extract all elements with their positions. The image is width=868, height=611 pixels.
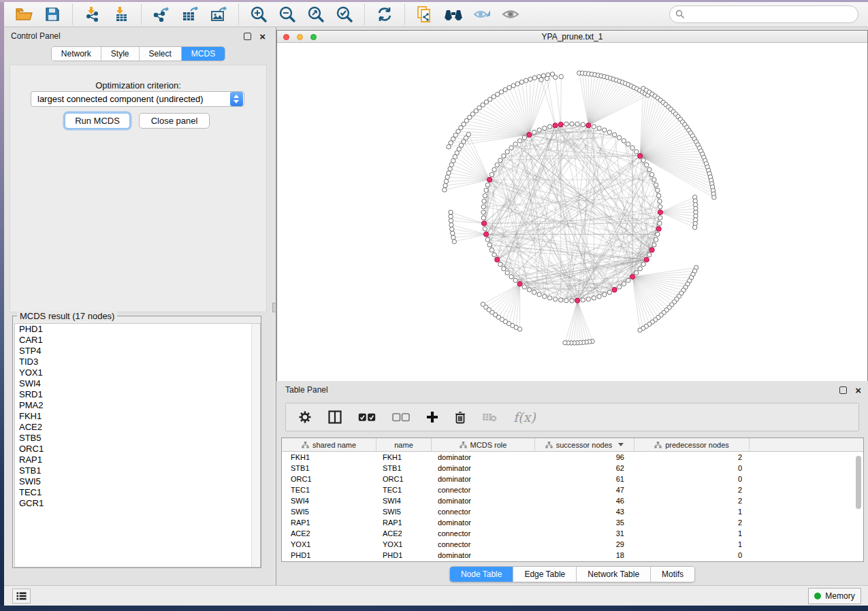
leaf-node[interactable] (511, 84, 515, 88)
tab-network[interactable]: Network (52, 47, 101, 61)
table-row[interactable]: STB1STB1dominator620 (282, 463, 863, 474)
memory-button[interactable]: Memory (808, 588, 861, 604)
ring-node[interactable] (617, 285, 621, 289)
mcds-result-item[interactable]: PHD1 (15, 324, 260, 335)
ring-node[interactable] (570, 122, 574, 126)
leaf-node[interactable] (466, 132, 470, 136)
leaf-node[interactable] (449, 214, 453, 218)
zoom-fit-button[interactable] (302, 3, 330, 25)
ring-node[interactable] (517, 139, 521, 143)
ring-node[interactable] (638, 267, 642, 271)
mcds-result-item[interactable]: FKH1 (15, 411, 260, 422)
ring-node[interactable] (658, 199, 662, 203)
ring-node[interactable] (570, 299, 574, 303)
ring-node[interactable] (485, 237, 489, 242)
leaf-node[interactable] (481, 302, 485, 306)
ring-node[interactable] (505, 271, 509, 275)
ring-node[interactable] (483, 227, 487, 231)
table-row[interactable]: PHD1PHD1dominator180 (282, 550, 863, 561)
leaf-node[interactable] (563, 341, 567, 345)
ring-node[interactable] (537, 128, 541, 132)
ring-node[interactable] (581, 298, 585, 302)
ring-node[interactable] (607, 290, 611, 294)
ring-node[interactable] (602, 293, 607, 297)
select-all-button[interactable] (358, 413, 376, 422)
tab-network-table[interactable]: Network Table (577, 567, 651, 582)
leaf-node[interactable] (524, 78, 528, 82)
clear-selection-button[interactable] (392, 413, 410, 422)
ring-node[interactable] (645, 163, 649, 167)
ring-node[interactable] (630, 146, 634, 150)
mcds-result-item[interactable]: SRD1 (15, 389, 260, 400)
ring-node[interactable] (513, 142, 517, 146)
table-row[interactable]: TEC1TEC1connector472 (282, 484, 863, 495)
leaf-node[interactable] (638, 328, 642, 332)
function-builder-button[interactable]: f(x) (513, 410, 536, 425)
ring-node[interactable] (532, 130, 536, 134)
delete-column-button[interactable] (455, 411, 466, 424)
ring-node[interactable] (502, 154, 506, 158)
leaf-node[interactable] (712, 195, 716, 199)
search-input[interactable] (669, 5, 858, 23)
ring-node[interactable] (543, 126, 547, 130)
float-panel-icon[interactable] (244, 33, 251, 40)
table-row[interactable]: SWI4SWI4dominator462 (282, 495, 863, 506)
ring-node[interactable] (641, 158, 645, 162)
ring-node[interactable] (597, 294, 601, 298)
zoom-out-button[interactable] (273, 3, 302, 25)
ring-node[interactable] (498, 262, 502, 266)
ring-node[interactable] (564, 122, 568, 126)
tab-select[interactable]: Select (140, 47, 182, 61)
leaf-node[interactable] (539, 78, 543, 82)
ring-node[interactable] (543, 294, 547, 298)
mcds-result-item[interactable]: SWI5 (15, 476, 260, 487)
network-graph-canvas[interactable] (277, 43, 867, 381)
hide-selected-button[interactable] (468, 3, 496, 25)
ring-node[interactable] (485, 183, 489, 187)
ring-node[interactable] (575, 122, 579, 126)
leaf-node[interactable] (444, 179, 448, 183)
mcds-result-item[interactable]: RAP1 (15, 455, 260, 465)
ring-node[interactable] (547, 296, 551, 300)
mcds-hub-node[interactable] (612, 287, 617, 292)
ring-node[interactable] (495, 163, 499, 167)
window-zoom-icon[interactable] (310, 34, 317, 40)
leaf-node[interactable] (528, 77, 532, 81)
ring-node[interactable] (498, 158, 502, 162)
ring-node[interactable] (492, 167, 496, 171)
zoom-in-button[interactable] (244, 3, 273, 25)
ring-node[interactable] (656, 232, 660, 236)
mcds-hub-node[interactable] (495, 257, 500, 262)
first-neighbors-button[interactable] (439, 3, 468, 25)
leaf-node[interactable] (449, 210, 453, 214)
ring-node[interactable] (481, 216, 485, 220)
ring-node[interactable] (482, 199, 486, 203)
float-table-panel-icon[interactable] (839, 386, 847, 394)
ring-node[interactable] (647, 252, 652, 257)
save-session-button[interactable] (38, 3, 67, 25)
column-header-shared-name[interactable]: shared name (282, 438, 376, 451)
leaf-node[interactable] (515, 82, 519, 86)
ring-node[interactable] (559, 298, 563, 302)
clone-network-button[interactable] (411, 3, 439, 25)
export-network-button[interactable] (147, 3, 176, 25)
ring-node[interactable] (522, 285, 526, 289)
leaf-node[interactable] (450, 227, 454, 231)
ring-node[interactable] (553, 297, 557, 301)
table-row[interactable]: YOX1YOX1connector291 (282, 539, 863, 550)
leaf-node[interactable] (449, 218, 453, 222)
ring-node[interactable] (489, 248, 494, 252)
ring-node[interactable] (522, 135, 526, 139)
ring-node[interactable] (509, 275, 513, 279)
ring-node[interactable] (658, 221, 662, 225)
mcds-result-item[interactable]: STB1 (15, 465, 260, 476)
ring-node[interactable] (484, 188, 488, 192)
run-mcds-button[interactable]: Run MCDS (65, 113, 130, 129)
leaf-node[interactable] (519, 80, 524, 84)
ring-node[interactable] (658, 205, 662, 209)
ring-node[interactable] (622, 139, 626, 143)
mcds-hub-node[interactable] (481, 221, 486, 226)
mcds-hub-node[interactable] (558, 122, 563, 127)
mcds-result-item[interactable]: STP4 (15, 346, 260, 357)
tab-mcds[interactable]: MCDS (182, 47, 225, 61)
